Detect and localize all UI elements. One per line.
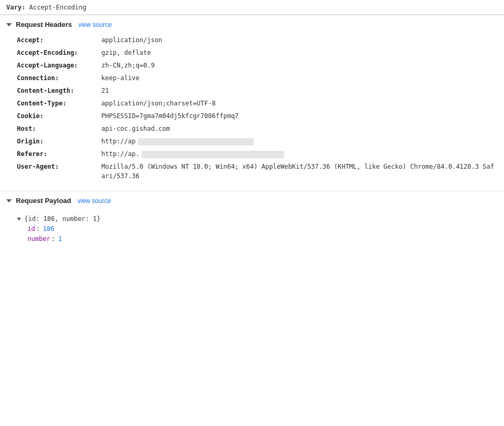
table-row: Accept-Encoding: gzip, deflate [17,46,498,59]
table-row: User-Agent: Mozilla/5.0 (Windows NT 10.0… [17,160,498,182]
header-name-referer: Referer: [17,149,101,159]
request-payload-view-source-link[interactable]: view source [78,197,111,205]
header-name-user-agent: User-Agent: [17,162,101,171]
table-row: Accept: application/json [17,34,498,46]
header-value-origin: http://ap [101,137,254,146]
header-name-content-type: Content-Type: [17,99,101,108]
vary-value: Accept-Encoding [29,4,86,11]
table-row: Connection: keep-alive [17,72,498,84]
payload-field-id: id: 186 [17,224,498,234]
table-row: Content-Type: application/json;charset=U… [17,97,498,110]
header-name-host: Host: [17,124,101,133]
expand-triangle-icon [6,23,12,26]
header-value-content-type: application/json;charset=UTF-8 [101,99,216,108]
request-headers-section: Request Headers view source Accept: appl… [0,15,504,189]
payload-field-number: number: 1 [17,234,498,244]
header-name-accept: Accept: [17,35,101,45]
origin-blurred [138,138,254,146]
expand-triangle-payload-icon [6,199,12,202]
payload-object-header: {id: 186, number: 1} [17,214,498,224]
table-row: Content-Length: 21 [17,84,498,97]
payload-object-expand-icon [17,218,21,220]
header-value-cookie: PHPSESSID=7gma7m04dj5kfcgr7086ffpmq7 [101,111,239,121]
payload-value-number: 1 [58,235,62,243]
header-name-connection: Connection: [17,73,101,83]
request-headers-title: Request Headers [6,21,72,28]
table-row: Referer: http://ap. [17,148,498,160]
payload-value-id: 186 [43,225,54,233]
request-headers-header: Request Headers view source [0,15,504,34]
header-value-content-length: 21 [101,86,109,95]
header-name-content-length: Content-Length: [17,86,101,95]
payload-key-id: id [27,225,35,233]
top-vary-section: Vary: Accept-Encoding [0,0,504,15]
header-value-accept-language: zh-CN,zh;q=0.9 [101,61,155,70]
header-name-origin: Origin: [17,137,101,146]
payload-object-summary: {id: 186, number: 1} [24,215,101,222]
header-value-host: api-coc.gishad.com [101,124,170,133]
header-value-user-agent: Mozilla/5.0 (Windows NT 10.0; Win64; x64… [101,162,498,181]
request-payload-header: Request Payload view source [0,191,504,210]
vary-label: Vary: [6,4,25,11]
request-payload-body: {id: 186, number: 1} id: 186 number: 1 [0,210,504,250]
header-name-accept-language: Accept-Language: [17,61,101,70]
table-row: Host: api-coc.gishad.com [17,122,498,135]
request-payload-section: Request Payload view source {id: 186, nu… [0,191,504,250]
request-headers-view-source-link[interactable]: view source [78,21,111,28]
header-value-referer: http://ap. [101,149,284,159]
header-name-cookie: Cookie: [17,111,101,121]
header-value-connection: keep-alive [101,73,139,83]
payload-key-number: number [27,235,50,243]
header-value-accept-encoding: gzip, deflate [101,48,151,57]
header-name-accept-encoding: Accept-Encoding: [17,48,101,57]
request-payload-title: Request Payload [6,197,71,205]
table-row: Accept-Language: zh-CN,zh;q=0.9 [17,59,498,72]
table-row: Cookie: PHPSESSID=7gma7m04dj5kfcgr7086ff… [17,110,498,122]
referer-blurred [141,151,284,158]
table-row: Origin: http://ap [17,135,498,148]
header-value-accept: application/json [101,35,163,45]
request-headers-table: Accept: application/json Accept-Encoding… [0,34,504,189]
